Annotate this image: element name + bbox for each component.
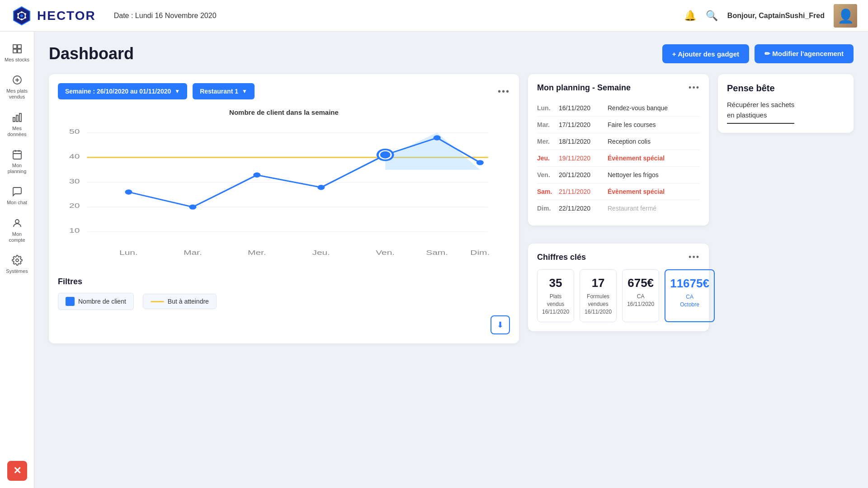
chiffres-grid: 35Plats vendus16/11/202017Formules vendu… [537, 269, 700, 322]
day-event: Restaurant fermé [608, 205, 700, 212]
middle-column: Mon planning - Semaine ••• Lun.16/11/202… [528, 74, 709, 331]
close-button[interactable]: ✕ [7, 461, 27, 481]
chiffre-label: Plats vendus16/11/2020 [542, 293, 569, 315]
search-icon[interactable]: 🔍 [706, 9, 718, 22]
svg-rect-11 [13, 49, 17, 53]
chiffres-more-button[interactable]: ••• [689, 253, 700, 262]
dashboard-grid: Semaine : 26/10/2020 au 01/11/2020 ▼ Res… [49, 74, 854, 343]
main-content: Dashboard + Ajouter des gadget ✏ Modifie… [34, 32, 868, 488]
day-date: 22/11/2020 [559, 205, 604, 212]
chart-more-button[interactable]: ••• [498, 86, 510, 97]
sidebar-item-plats[interactable]: Mes plats vendus [2, 70, 33, 103]
svg-marker-38 [385, 133, 480, 170]
sidebar-item-chat[interactable]: Mon chat [2, 182, 33, 209]
day-label: Jeu. [537, 155, 555, 162]
planning-row: Lun.16/11/2020Rendez-vous banque [537, 100, 700, 117]
systemes-icon [11, 254, 24, 267]
sidebar-label-plats: Mes plats vendus [4, 88, 31, 100]
legend-target[interactable]: But à atteindre [143, 294, 217, 309]
sidebar-label-donnees: Mes données [4, 126, 31, 137]
day-label: Mer. [537, 138, 555, 145]
header: HECTOR Date : Lundi 16 Novembre 2020 🔔 🔍… [0, 0, 868, 32]
svg-point-4 [21, 19, 23, 20]
logo-area: HECTOR [11, 5, 96, 27]
svg-point-42 [317, 185, 325, 190]
modify-layout-button[interactable]: ✏ Modifier l'agencement [755, 44, 854, 63]
legend-target-color [151, 301, 164, 302]
svg-point-6 [24, 13, 26, 15]
svg-point-5 [17, 13, 19, 15]
svg-rect-15 [16, 115, 18, 122]
svg-rect-17 [13, 151, 21, 159]
svg-point-46 [476, 160, 484, 165]
sidebar-item-systemes[interactable]: Systèmes [2, 250, 33, 278]
add-gadget-button[interactable]: + Ajouter des gadget [662, 44, 749, 63]
sidebar-item-donnees[interactable]: Mes données [2, 108, 33, 141]
avatar[interactable] [834, 4, 857, 28]
chiffres-title: Chiffres clés [537, 253, 586, 262]
svg-rect-14 [13, 117, 15, 122]
day-date: 21/11/2020 [559, 188, 604, 195]
planning-row: Ven.20/11/2020Nettoyer les frigos [537, 167, 700, 183]
planning-row: Mer.18/11/2020Reception colis [537, 133, 700, 150]
chiffres-card: Chiffres clés ••• 35Plats vendus16/11/20… [528, 244, 709, 331]
filter-legend: Nombre de client But à atteindre [58, 293, 510, 310]
header-right: 🔔 🔍 Bonjour, CaptainSushi_Fred [684, 4, 857, 28]
legend-clients[interactable]: Nombre de client [58, 293, 134, 310]
day-date: 17/11/2020 [559, 121, 604, 128]
avatar-image [834, 4, 857, 28]
sidebar-item-stocks[interactable]: Mes stocks [2, 39, 33, 66]
greeting-text: Bonjour, CaptainSushi_Fred [727, 12, 825, 20]
svg-point-45 [434, 135, 441, 140]
planning-more-button[interactable]: ••• [689, 83, 700, 93]
svg-text:20: 20 [69, 202, 80, 209]
compte-icon [11, 217, 24, 230]
chat-icon [11, 185, 24, 198]
chart-controls: Semaine : 26/10/2020 au 01/11/2020 ▼ Res… [58, 83, 510, 99]
day-label: Lun. [537, 104, 555, 112]
planning-header: Mon planning - Semaine ••• [537, 83, 700, 93]
sidebar: Mes stocks Mes plats vendus Mes données … [0, 32, 34, 488]
chiffres-header: Chiffres clés ••• [537, 253, 700, 262]
line-chart: 50 40 30 20 10 Lun. Mar. Mer. Jeu. [58, 123, 510, 268]
chiffre-item: 17Formules vendues16/11/2020 [580, 269, 617, 322]
day-label: Dim. [537, 205, 555, 212]
svg-text:10: 10 [69, 227, 80, 234]
svg-text:30: 30 [69, 177, 80, 184]
svg-text:40: 40 [69, 153, 80, 160]
planning-icon [11, 148, 24, 161]
day-event: Rendez-vous banque [608, 104, 700, 112]
day-date: 18/11/2020 [559, 138, 604, 145]
day-event: Faire les courses [608, 121, 700, 128]
svg-text:Jeu.: Jeu. [312, 249, 330, 256]
download-button[interactable]: ⬇ [491, 315, 510, 334]
note-title: Pense bête [727, 83, 844, 94]
sidebar-item-compte[interactable]: Mon compte [2, 213, 33, 247]
svg-text:Ven.: Ven. [376, 249, 395, 256]
svg-point-18 [15, 220, 19, 223]
svg-rect-10 [18, 45, 21, 48]
svg-text:Mar.: Mar. [184, 249, 202, 256]
right-column: Pense bête Récupérer les sachetsen plast… [718, 74, 854, 133]
svg-rect-12 [18, 49, 21, 53]
day-event: Reception colis [608, 138, 700, 145]
sidebar-item-planning[interactable]: Mon planning [2, 145, 33, 178]
day-label: Mar. [537, 121, 555, 128]
restaurant-selector[interactable]: Restaurant 1 ▼ [193, 83, 255, 99]
svg-text:Mer.: Mer. [248, 249, 266, 256]
svg-point-41 [253, 173, 260, 178]
day-label: Sam. [537, 188, 555, 195]
svg-point-19 [16, 259, 19, 262]
chiffre-label: CA16/11/2020 [627, 293, 654, 308]
chiffre-item: 675€CA16/11/2020 [622, 269, 659, 322]
planning-title: Mon planning - Semaine [537, 83, 631, 93]
week-selector[interactable]: Semaine : 26/10/2020 au 01/11/2020 ▼ [58, 83, 187, 99]
logo-icon [11, 5, 33, 27]
chart-container: 50 40 30 20 10 Lun. Mar. Mer. Jeu. [58, 123, 510, 268]
legend-clients-color [66, 297, 75, 306]
dashboard-title: Dashboard [49, 44, 134, 63]
notification-icon[interactable]: 🔔 [684, 9, 697, 22]
restaurant-dropdown-arrow: ▼ [242, 88, 247, 94]
day-date: 19/11/2020 [559, 155, 604, 162]
chiffre-item: 11675€CAOctobre [665, 269, 715, 322]
